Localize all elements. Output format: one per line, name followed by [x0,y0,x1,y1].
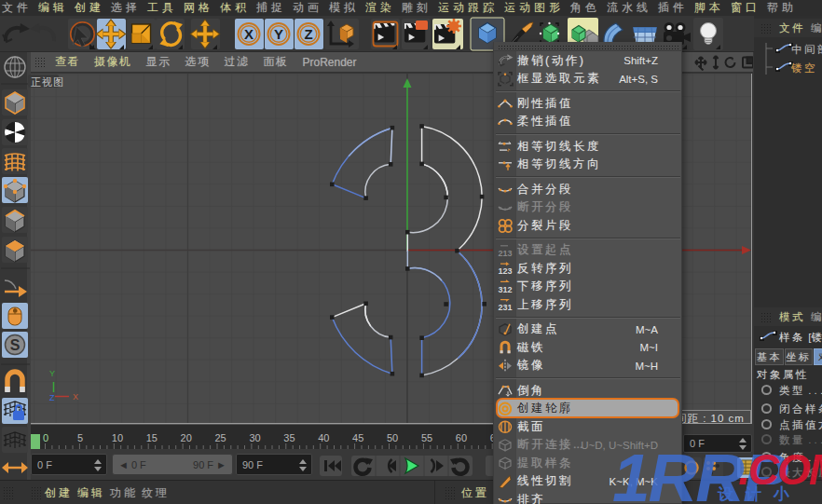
svg-text:123: 123 [498,266,512,276]
svg-text:231: 231 [498,303,512,312]
svg-text:Z: Z [304,26,312,42]
svg-text:Y: Y [274,26,283,42]
svg-text:312: 312 [498,285,512,294]
svg-text:S: S [10,337,21,353]
svg-text:213: 213 [498,249,512,258]
svg-text:X: X [244,26,253,42]
